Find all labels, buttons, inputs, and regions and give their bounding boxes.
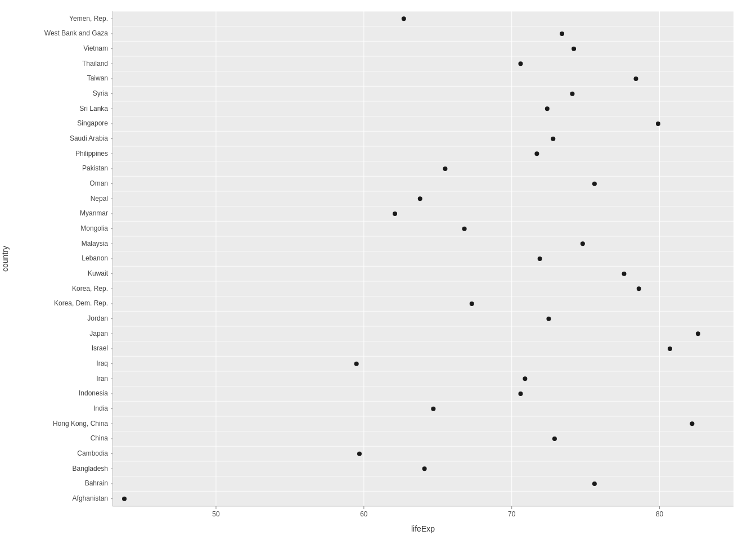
data-point [393,212,397,216]
x-tick-label: 80 [656,510,664,518]
data-point [622,272,626,276]
data-point [122,497,127,501]
country-label: Oman [89,179,108,187]
country-label: Vietnam [83,44,108,52]
country-label: Thailand [82,60,108,68]
country-label: Pakistan [82,164,108,172]
data-point [402,16,406,21]
data-point [637,286,641,291]
x-tick-label: 50 [212,510,220,518]
country-label: Lebanon [82,254,108,262]
country-label: Indonesia [79,389,108,397]
country-label: Israel [92,344,108,352]
plot-background [112,11,734,506]
data-point [443,166,447,171]
country-label: China [91,434,109,442]
data-point [560,32,564,36]
scatter-plot: Yemen, Rep.West Bank and GazaVietnamThai… [0,0,756,540]
data-point [418,196,422,201]
country-label: Yemen, Rep. [69,15,108,22]
data-point [538,256,542,261]
data-point [518,61,523,66]
data-point [552,436,557,441]
country-label: India [93,404,108,412]
country-label: Malaysia [82,240,109,248]
country-label: West Bank and Gaza [44,29,109,37]
data-point [422,466,427,471]
country-label: Sri Lanka [79,105,108,112]
country-label: Korea, Rep. [72,285,108,292]
country-label: Saudi Arabia [70,134,108,142]
country-label: Kuwait [88,269,109,277]
y-axis-label: country [1,246,10,272]
country-label: Singapore [77,119,108,127]
data-point [592,182,597,186]
country-label: Taiwan [87,74,108,82]
data-point [668,346,672,351]
data-point [545,106,550,111]
data-point [570,92,574,96]
country-label: Hong Kong, China [53,420,108,428]
country-label: Japan [89,330,108,338]
data-point [523,376,527,381]
country-label: Mongolia [80,224,108,232]
x-axis-label: lifeExp [411,524,435,533]
country-label: Nepal [91,195,108,202]
data-point [690,421,694,426]
country-label: Iraq [96,359,108,367]
data-point [572,47,576,51]
country-label: Jordan [87,314,108,322]
data-point [431,407,435,411]
data-point [696,331,700,336]
data-point [354,362,359,366]
data-point [634,76,638,81]
data-point [357,452,362,456]
country-label: Syria [93,89,109,97]
data-point [462,227,467,231]
country-label: Cambodia [77,449,108,457]
country-label: Iran [96,375,108,382]
chart-container: Yemen, Rep.West Bank and GazaVietnamThai… [0,0,756,540]
data-point [546,317,551,321]
data-point [470,302,474,306]
x-tick-label: 60 [360,510,368,518]
data-point [518,392,523,396]
country-label: Korea, Dem. Rep. [54,299,108,307]
data-point [551,137,555,141]
data-point [656,122,660,126]
country-label: Philippines [75,150,108,158]
country-label: Myanmar [80,209,108,217]
data-point [580,241,585,246]
data-point [592,482,597,486]
x-tick-label: 70 [508,510,516,518]
country-label: Bahrain [85,479,108,487]
country-label: Bangladesh [73,465,108,472]
data-point [534,151,539,156]
country-label: Afghanistan [73,494,108,502]
